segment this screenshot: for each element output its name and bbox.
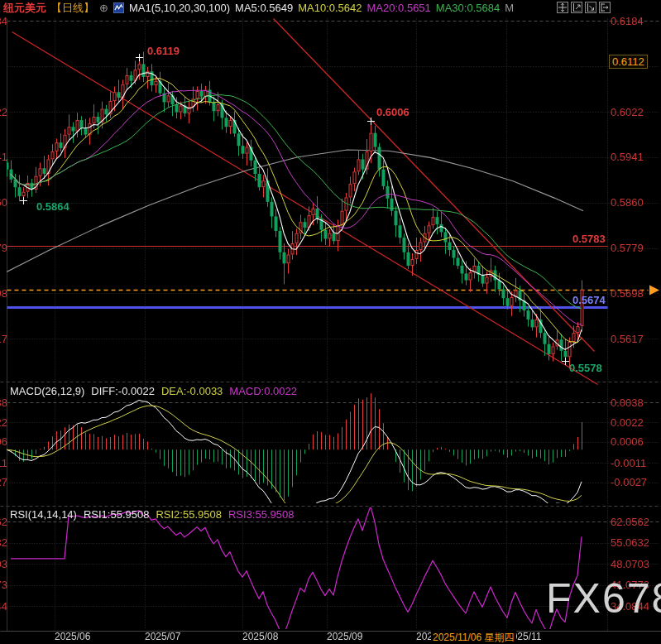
macd-tick-label: 0.0022 xyxy=(611,416,644,429)
axis-left-digit: 0.5617 xyxy=(0,333,7,345)
axis-left-clipped-label: 62.0562 xyxy=(0,516,7,528)
symbol-name: 纽元美元 xyxy=(3,1,46,16)
fx678-watermark: FX678 xyxy=(546,574,661,622)
macd-hist-value: MACD:0.0022 xyxy=(229,385,297,397)
macd-tick-label: -0.0027 xyxy=(611,476,647,488)
axis-left-clipped-label: 0.6184 xyxy=(0,15,7,27)
rsi-params-label: RSI(14,14,14) xyxy=(10,508,77,521)
price-tick-label: 0.5617 xyxy=(611,333,644,345)
period-label[interactable]: 【日线】 xyxy=(51,1,94,16)
axis-left-digit: 0.6022 xyxy=(0,106,7,118)
macd-tick-label: 0.0038 xyxy=(611,396,644,409)
ma-value-label: M xyxy=(505,2,514,14)
axis-left-digit: 48.0703 xyxy=(0,558,7,570)
axis-left-digit: 0.5941 xyxy=(0,151,7,163)
macd-tick-label: -0.0011 xyxy=(611,457,646,469)
axis-left-digit: 0.6184 xyxy=(0,15,7,27)
axis-left-digit: 0.5860 xyxy=(0,196,7,209)
zoom-y-axis-button[interactable] xyxy=(571,2,582,13)
axis-left-digit: -0.0011 xyxy=(0,457,7,469)
rsi-tick-label: 62.0562 xyxy=(611,516,649,528)
ma-value-label: MA20:0.5651 xyxy=(367,2,431,14)
rsi3-value: RSI3:55.9508 xyxy=(228,508,295,521)
price-tick-label: 0.5779 xyxy=(611,242,644,254)
ma-settings-label[interactable]: MA1(5,10,20,30,100) xyxy=(129,2,230,14)
chart-toolbar xyxy=(557,2,611,13)
price-tick-label: 0.6022 xyxy=(611,106,644,118)
ma-value-label: MA10:0.5642 xyxy=(298,2,362,14)
zoom-x-axis-button[interactable] xyxy=(585,2,596,13)
axis-left-clipped-label: 0.5779 xyxy=(0,242,7,254)
macd-params-label: MACD(26,12,9) xyxy=(10,385,84,397)
price-extreme-annotation: 0.6006 xyxy=(376,106,410,118)
axis-left-digit: -0.0027 xyxy=(0,476,7,488)
crosshair-price-label: 0.6112 xyxy=(609,55,648,69)
axis-left-clipped-label: 55.0632 xyxy=(0,536,7,549)
level-line-label: 0.5783 xyxy=(572,233,606,245)
macd-pane-title: MACD(26,12,9)DIFF:-0.0022DEA:-0.0033MACD… xyxy=(10,385,304,397)
macd-tick-label: 0.0006 xyxy=(611,435,644,448)
price-tick-label: 0.5860 xyxy=(611,196,644,209)
price-extreme-annotation: 0.5578 xyxy=(569,362,602,374)
crosshair-icon[interactable]: ⊕ xyxy=(99,2,108,14)
rsi-tick-label: 55.0632 xyxy=(611,536,649,549)
price-tick-label: 0.6184 xyxy=(611,15,644,27)
ma-values: MA5:0.5649MA10:0.5642MA20:0.5651MA30:0.5… xyxy=(235,2,519,14)
rsi-tick-label: 48.0703 xyxy=(611,558,649,570)
axis-left-digit: 55.0632 xyxy=(0,536,7,549)
axis-left-digit: 0.0006 xyxy=(0,435,7,448)
axis-left-clipped-label: 0.6022 xyxy=(0,106,7,118)
macd-dea-value: DEA:-0.0033 xyxy=(161,385,223,397)
pan-button[interactable] xyxy=(557,2,568,13)
month-axis-label: 2025/07 xyxy=(145,631,180,642)
price-tick-label: 0.5941 xyxy=(611,151,644,163)
axis-left-digit: 34.0844 xyxy=(0,600,7,613)
price-extreme-annotation: 0.5864 xyxy=(36,200,69,213)
axis-left-clipped-label: -0.0011 xyxy=(0,457,7,469)
axis-left-clipped-label: 0.0022 xyxy=(0,416,7,429)
axis-left-clipped-label: 48.0703 xyxy=(0,558,7,570)
axis-left-digit: 41.0773 xyxy=(0,579,7,591)
axis-left-clipped-label: 41.0773 xyxy=(0,579,7,591)
rsi-pane-title: RSI(14,14,14)RSI1:55.9508RSI2:55.9508RSI… xyxy=(10,508,300,521)
axis-left-digit: 0.0038 xyxy=(0,396,7,409)
axis-left-clipped-label: 34.0844 xyxy=(0,600,7,613)
crosshair-date-label: 2025/11/06 星期四 xyxy=(431,631,516,644)
level-line-label: 0.5674 xyxy=(572,294,606,306)
macd-diff-value: DIFF:-0.0022 xyxy=(91,385,155,397)
ma-value-label: MA30:0.5684 xyxy=(436,2,500,14)
month-axis-label: 2025/08 xyxy=(242,631,278,642)
price-tick-label: 0.5698 xyxy=(611,287,644,300)
axis-left-digit: 0.5779 xyxy=(0,242,7,254)
axis-left-clipped-label: 0.5617 xyxy=(0,333,7,345)
axis-left-digit: 0.5698 xyxy=(0,287,7,300)
rsi2-value: RSI2:55.9508 xyxy=(156,508,222,521)
month-axis-label: 2025/06 xyxy=(55,631,90,642)
chart-window: 纽元美元 【日线】 ⊕ MA1(5,10,20,30,100) MA5:0.56… xyxy=(0,0,661,644)
chart-type-icon[interactable] xyxy=(113,2,124,13)
axis-left-clipped-label: 0.5941 xyxy=(0,151,7,163)
axis-left-clipped-label: 0.5698 xyxy=(0,287,7,300)
axis-left-digit: 0.0022 xyxy=(0,416,7,429)
axis-left-clipped-label: -0.0027 xyxy=(0,476,7,488)
month-axis-label: 2025/09 xyxy=(327,631,362,642)
axis-left-clipped-label: 0.5860 xyxy=(0,196,7,209)
rsi1-value: RSI1:55.9508 xyxy=(84,508,150,521)
price-chart-canvas[interactable] xyxy=(0,0,661,644)
expand-right-button[interactable] xyxy=(599,2,611,13)
axis-left-clipped-label: 0.0038 xyxy=(0,396,7,409)
axis-left-digit: 62.0562 xyxy=(0,516,7,528)
ma-value-label: MA5:0.5649 xyxy=(235,2,293,14)
axis-left-clipped-label: 0.0006 xyxy=(0,435,7,448)
price-extreme-annotation: 0.6119 xyxy=(147,45,180,57)
